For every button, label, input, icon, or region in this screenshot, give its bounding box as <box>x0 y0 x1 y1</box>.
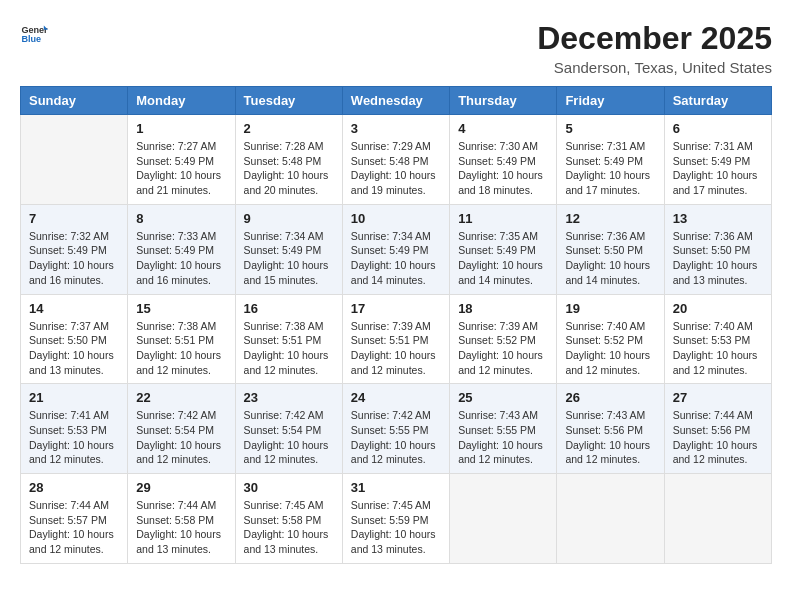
day-info: Sunrise: 7:31 AM Sunset: 5:49 PM Dayligh… <box>565 139 655 198</box>
day-cell: 18Sunrise: 7:39 AM Sunset: 5:52 PM Dayli… <box>450 294 557 384</box>
col-header-tuesday: Tuesday <box>235 87 342 115</box>
day-info: Sunrise: 7:44 AM Sunset: 5:58 PM Dayligh… <box>136 498 226 557</box>
day-number: 30 <box>244 480 334 495</box>
calendar-table: SundayMondayTuesdayWednesdayThursdayFrid… <box>20 86 772 564</box>
day-info: Sunrise: 7:37 AM Sunset: 5:50 PM Dayligh… <box>29 319 119 378</box>
page-header: General Blue December 2025 Sanderson, Te… <box>20 20 772 76</box>
day-info: Sunrise: 7:45 AM Sunset: 5:58 PM Dayligh… <box>244 498 334 557</box>
day-number: 21 <box>29 390 119 405</box>
day-cell: 8Sunrise: 7:33 AM Sunset: 5:49 PM Daylig… <box>128 204 235 294</box>
day-number: 5 <box>565 121 655 136</box>
day-number: 15 <box>136 301 226 316</box>
logo-icon: General Blue <box>20 20 48 48</box>
day-number: 16 <box>244 301 334 316</box>
day-cell: 3Sunrise: 7:29 AM Sunset: 5:48 PM Daylig… <box>342 115 449 205</box>
day-cell: 10Sunrise: 7:34 AM Sunset: 5:49 PM Dayli… <box>342 204 449 294</box>
day-info: Sunrise: 7:42 AM Sunset: 5:54 PM Dayligh… <box>244 408 334 467</box>
day-number: 9 <box>244 211 334 226</box>
day-number: 17 <box>351 301 441 316</box>
day-cell: 31Sunrise: 7:45 AM Sunset: 5:59 PM Dayli… <box>342 474 449 564</box>
day-cell: 27Sunrise: 7:44 AM Sunset: 5:56 PM Dayli… <box>664 384 771 474</box>
day-number: 19 <box>565 301 655 316</box>
col-header-wednesday: Wednesday <box>342 87 449 115</box>
day-cell: 28Sunrise: 7:44 AM Sunset: 5:57 PM Dayli… <box>21 474 128 564</box>
day-cell: 13Sunrise: 7:36 AM Sunset: 5:50 PM Dayli… <box>664 204 771 294</box>
day-number: 29 <box>136 480 226 495</box>
day-cell: 7Sunrise: 7:32 AM Sunset: 5:49 PM Daylig… <box>21 204 128 294</box>
week-row-2: 7Sunrise: 7:32 AM Sunset: 5:49 PM Daylig… <box>21 204 772 294</box>
title-area: December 2025 Sanderson, Texas, United S… <box>537 20 772 76</box>
col-header-friday: Friday <box>557 87 664 115</box>
day-number: 13 <box>673 211 763 226</box>
day-info: Sunrise: 7:35 AM Sunset: 5:49 PM Dayligh… <box>458 229 548 288</box>
day-number: 26 <box>565 390 655 405</box>
calendar-subtitle: Sanderson, Texas, United States <box>537 59 772 76</box>
day-info: Sunrise: 7:43 AM Sunset: 5:56 PM Dayligh… <box>565 408 655 467</box>
day-info: Sunrise: 7:30 AM Sunset: 5:49 PM Dayligh… <box>458 139 548 198</box>
day-number: 25 <box>458 390 548 405</box>
day-cell: 24Sunrise: 7:42 AM Sunset: 5:55 PM Dayli… <box>342 384 449 474</box>
day-info: Sunrise: 7:36 AM Sunset: 5:50 PM Dayligh… <box>565 229 655 288</box>
day-cell: 22Sunrise: 7:42 AM Sunset: 5:54 PM Dayli… <box>128 384 235 474</box>
day-cell <box>557 474 664 564</box>
day-cell: 19Sunrise: 7:40 AM Sunset: 5:52 PM Dayli… <box>557 294 664 384</box>
day-info: Sunrise: 7:42 AM Sunset: 5:54 PM Dayligh… <box>136 408 226 467</box>
day-cell <box>21 115 128 205</box>
day-number: 27 <box>673 390 763 405</box>
day-info: Sunrise: 7:38 AM Sunset: 5:51 PM Dayligh… <box>136 319 226 378</box>
day-number: 23 <box>244 390 334 405</box>
col-header-thursday: Thursday <box>450 87 557 115</box>
day-number: 20 <box>673 301 763 316</box>
day-cell: 21Sunrise: 7:41 AM Sunset: 5:53 PM Dayli… <box>21 384 128 474</box>
day-info: Sunrise: 7:34 AM Sunset: 5:49 PM Dayligh… <box>244 229 334 288</box>
day-number: 12 <box>565 211 655 226</box>
day-info: Sunrise: 7:42 AM Sunset: 5:55 PM Dayligh… <box>351 408 441 467</box>
day-number: 28 <box>29 480 119 495</box>
day-number: 6 <box>673 121 763 136</box>
day-number: 3 <box>351 121 441 136</box>
day-number: 2 <box>244 121 334 136</box>
day-info: Sunrise: 7:32 AM Sunset: 5:49 PM Dayligh… <box>29 229 119 288</box>
day-cell: 9Sunrise: 7:34 AM Sunset: 5:49 PM Daylig… <box>235 204 342 294</box>
day-info: Sunrise: 7:27 AM Sunset: 5:49 PM Dayligh… <box>136 139 226 198</box>
col-header-saturday: Saturday <box>664 87 771 115</box>
col-header-sunday: Sunday <box>21 87 128 115</box>
day-cell: 6Sunrise: 7:31 AM Sunset: 5:49 PM Daylig… <box>664 115 771 205</box>
day-info: Sunrise: 7:41 AM Sunset: 5:53 PM Dayligh… <box>29 408 119 467</box>
day-cell: 14Sunrise: 7:37 AM Sunset: 5:50 PM Dayli… <box>21 294 128 384</box>
day-cell: 30Sunrise: 7:45 AM Sunset: 5:58 PM Dayli… <box>235 474 342 564</box>
day-number: 7 <box>29 211 119 226</box>
day-info: Sunrise: 7:31 AM Sunset: 5:49 PM Dayligh… <box>673 139 763 198</box>
day-info: Sunrise: 7:40 AM Sunset: 5:52 PM Dayligh… <box>565 319 655 378</box>
day-info: Sunrise: 7:44 AM Sunset: 5:57 PM Dayligh… <box>29 498 119 557</box>
day-cell <box>664 474 771 564</box>
day-cell: 1Sunrise: 7:27 AM Sunset: 5:49 PM Daylig… <box>128 115 235 205</box>
day-number: 11 <box>458 211 548 226</box>
week-row-1: 1Sunrise: 7:27 AM Sunset: 5:49 PM Daylig… <box>21 115 772 205</box>
logo: General Blue <box>20 20 48 48</box>
day-cell: 20Sunrise: 7:40 AM Sunset: 5:53 PM Dayli… <box>664 294 771 384</box>
day-cell: 5Sunrise: 7:31 AM Sunset: 5:49 PM Daylig… <box>557 115 664 205</box>
col-header-monday: Monday <box>128 87 235 115</box>
calendar-title: December 2025 <box>537 20 772 57</box>
day-cell: 17Sunrise: 7:39 AM Sunset: 5:51 PM Dayli… <box>342 294 449 384</box>
day-cell: 4Sunrise: 7:30 AM Sunset: 5:49 PM Daylig… <box>450 115 557 205</box>
day-cell: 29Sunrise: 7:44 AM Sunset: 5:58 PM Dayli… <box>128 474 235 564</box>
day-info: Sunrise: 7:40 AM Sunset: 5:53 PM Dayligh… <box>673 319 763 378</box>
day-info: Sunrise: 7:39 AM Sunset: 5:52 PM Dayligh… <box>458 319 548 378</box>
week-row-5: 28Sunrise: 7:44 AM Sunset: 5:57 PM Dayli… <box>21 474 772 564</box>
day-info: Sunrise: 7:28 AM Sunset: 5:48 PM Dayligh… <box>244 139 334 198</box>
week-row-3: 14Sunrise: 7:37 AM Sunset: 5:50 PM Dayli… <box>21 294 772 384</box>
day-info: Sunrise: 7:45 AM Sunset: 5:59 PM Dayligh… <box>351 498 441 557</box>
day-info: Sunrise: 7:36 AM Sunset: 5:50 PM Dayligh… <box>673 229 763 288</box>
day-info: Sunrise: 7:44 AM Sunset: 5:56 PM Dayligh… <box>673 408 763 467</box>
day-number: 22 <box>136 390 226 405</box>
svg-text:Blue: Blue <box>21 34 41 44</box>
day-cell: 15Sunrise: 7:38 AM Sunset: 5:51 PM Dayli… <box>128 294 235 384</box>
day-info: Sunrise: 7:34 AM Sunset: 5:49 PM Dayligh… <box>351 229 441 288</box>
day-number: 8 <box>136 211 226 226</box>
day-cell: 26Sunrise: 7:43 AM Sunset: 5:56 PM Dayli… <box>557 384 664 474</box>
day-number: 18 <box>458 301 548 316</box>
day-info: Sunrise: 7:29 AM Sunset: 5:48 PM Dayligh… <box>351 139 441 198</box>
day-info: Sunrise: 7:33 AM Sunset: 5:49 PM Dayligh… <box>136 229 226 288</box>
